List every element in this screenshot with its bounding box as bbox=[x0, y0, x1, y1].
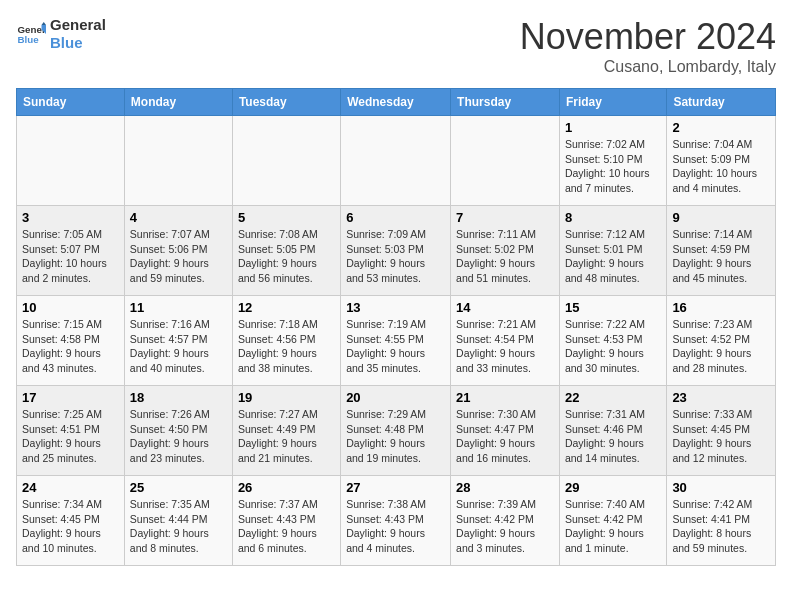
day-number: 9 bbox=[672, 210, 770, 225]
calendar-cell bbox=[451, 116, 560, 206]
calendar-cell: 10Sunrise: 7:15 AM Sunset: 4:58 PM Dayli… bbox=[17, 296, 125, 386]
calendar-cell: 22Sunrise: 7:31 AM Sunset: 4:46 PM Dayli… bbox=[559, 386, 666, 476]
calendar-cell: 16Sunrise: 7:23 AM Sunset: 4:52 PM Dayli… bbox=[667, 296, 776, 386]
calendar-week-row: 1Sunrise: 7:02 AM Sunset: 5:10 PM Daylig… bbox=[17, 116, 776, 206]
day-info: Sunrise: 7:25 AM Sunset: 4:51 PM Dayligh… bbox=[22, 407, 119, 466]
day-number: 29 bbox=[565, 480, 661, 495]
day-info: Sunrise: 7:29 AM Sunset: 4:48 PM Dayligh… bbox=[346, 407, 445, 466]
day-info: Sunrise: 7:26 AM Sunset: 4:50 PM Dayligh… bbox=[130, 407, 227, 466]
day-info: Sunrise: 7:18 AM Sunset: 4:56 PM Dayligh… bbox=[238, 317, 335, 376]
calendar-cell bbox=[124, 116, 232, 206]
day-number: 27 bbox=[346, 480, 445, 495]
calendar-cell: 23Sunrise: 7:33 AM Sunset: 4:45 PM Dayli… bbox=[667, 386, 776, 476]
day-number: 7 bbox=[456, 210, 554, 225]
weekday-header-tuesday: Tuesday bbox=[232, 89, 340, 116]
calendar-body: 1Sunrise: 7:02 AM Sunset: 5:10 PM Daylig… bbox=[17, 116, 776, 566]
day-info: Sunrise: 7:07 AM Sunset: 5:06 PM Dayligh… bbox=[130, 227, 227, 286]
day-number: 3 bbox=[22, 210, 119, 225]
calendar-cell: 17Sunrise: 7:25 AM Sunset: 4:51 PM Dayli… bbox=[17, 386, 125, 476]
weekday-header-thursday: Thursday bbox=[451, 89, 560, 116]
day-info: Sunrise: 7:19 AM Sunset: 4:55 PM Dayligh… bbox=[346, 317, 445, 376]
day-number: 26 bbox=[238, 480, 335, 495]
day-info: Sunrise: 7:21 AM Sunset: 4:54 PM Dayligh… bbox=[456, 317, 554, 376]
day-info: Sunrise: 7:05 AM Sunset: 5:07 PM Dayligh… bbox=[22, 227, 119, 286]
calendar-cell: 3Sunrise: 7:05 AM Sunset: 5:07 PM Daylig… bbox=[17, 206, 125, 296]
logo-general-text: General bbox=[50, 16, 106, 33]
day-info: Sunrise: 7:12 AM Sunset: 5:01 PM Dayligh… bbox=[565, 227, 661, 286]
day-number: 4 bbox=[130, 210, 227, 225]
day-number: 11 bbox=[130, 300, 227, 315]
weekday-header-friday: Friday bbox=[559, 89, 666, 116]
logo-blue-text: Blue bbox=[50, 34, 83, 51]
calendar-cell: 30Sunrise: 7:42 AM Sunset: 4:41 PM Dayli… bbox=[667, 476, 776, 566]
month-title: November 2024 bbox=[520, 16, 776, 58]
calendar-header: SundayMondayTuesdayWednesdayThursdayFrid… bbox=[17, 89, 776, 116]
day-number: 20 bbox=[346, 390, 445, 405]
weekday-header-monday: Monday bbox=[124, 89, 232, 116]
calendar-week-row: 3Sunrise: 7:05 AM Sunset: 5:07 PM Daylig… bbox=[17, 206, 776, 296]
day-info: Sunrise: 7:42 AM Sunset: 4:41 PM Dayligh… bbox=[672, 497, 770, 556]
calendar-cell: 5Sunrise: 7:08 AM Sunset: 5:05 PM Daylig… bbox=[232, 206, 340, 296]
calendar-cell: 18Sunrise: 7:26 AM Sunset: 4:50 PM Dayli… bbox=[124, 386, 232, 476]
day-info: Sunrise: 7:08 AM Sunset: 5:05 PM Dayligh… bbox=[238, 227, 335, 286]
day-info: Sunrise: 7:33 AM Sunset: 4:45 PM Dayligh… bbox=[672, 407, 770, 466]
weekday-header-saturday: Saturday bbox=[667, 89, 776, 116]
day-number: 30 bbox=[672, 480, 770, 495]
day-info: Sunrise: 7:09 AM Sunset: 5:03 PM Dayligh… bbox=[346, 227, 445, 286]
day-info: Sunrise: 7:38 AM Sunset: 4:43 PM Dayligh… bbox=[346, 497, 445, 556]
calendar-cell: 28Sunrise: 7:39 AM Sunset: 4:42 PM Dayli… bbox=[451, 476, 560, 566]
day-info: Sunrise: 7:27 AM Sunset: 4:49 PM Dayligh… bbox=[238, 407, 335, 466]
calendar-cell bbox=[341, 116, 451, 206]
day-number: 10 bbox=[22, 300, 119, 315]
day-info: Sunrise: 7:02 AM Sunset: 5:10 PM Dayligh… bbox=[565, 137, 661, 196]
day-info: Sunrise: 7:40 AM Sunset: 4:42 PM Dayligh… bbox=[565, 497, 661, 556]
day-number: 17 bbox=[22, 390, 119, 405]
day-info: Sunrise: 7:34 AM Sunset: 4:45 PM Dayligh… bbox=[22, 497, 119, 556]
day-number: 25 bbox=[130, 480, 227, 495]
day-info: Sunrise: 7:35 AM Sunset: 4:44 PM Dayligh… bbox=[130, 497, 227, 556]
day-info: Sunrise: 7:22 AM Sunset: 4:53 PM Dayligh… bbox=[565, 317, 661, 376]
day-number: 5 bbox=[238, 210, 335, 225]
calendar-cell: 9Sunrise: 7:14 AM Sunset: 4:59 PM Daylig… bbox=[667, 206, 776, 296]
weekday-header-wednesday: Wednesday bbox=[341, 89, 451, 116]
calendar-cell: 11Sunrise: 7:16 AM Sunset: 4:57 PM Dayli… bbox=[124, 296, 232, 386]
calendar-cell: 19Sunrise: 7:27 AM Sunset: 4:49 PM Dayli… bbox=[232, 386, 340, 476]
calendar-cell: 26Sunrise: 7:37 AM Sunset: 4:43 PM Dayli… bbox=[232, 476, 340, 566]
calendar-cell: 27Sunrise: 7:38 AM Sunset: 4:43 PM Dayli… bbox=[341, 476, 451, 566]
calendar-cell: 7Sunrise: 7:11 AM Sunset: 5:02 PM Daylig… bbox=[451, 206, 560, 296]
day-info: Sunrise: 7:04 AM Sunset: 5:09 PM Dayligh… bbox=[672, 137, 770, 196]
calendar-cell: 12Sunrise: 7:18 AM Sunset: 4:56 PM Dayli… bbox=[232, 296, 340, 386]
calendar-cell: 24Sunrise: 7:34 AM Sunset: 4:45 PM Dayli… bbox=[17, 476, 125, 566]
page-header: General Blue General Blue November 2024 … bbox=[16, 16, 776, 76]
day-number: 6 bbox=[346, 210, 445, 225]
day-info: Sunrise: 7:14 AM Sunset: 4:59 PM Dayligh… bbox=[672, 227, 770, 286]
day-info: Sunrise: 7:23 AM Sunset: 4:52 PM Dayligh… bbox=[672, 317, 770, 376]
day-number: 1 bbox=[565, 120, 661, 135]
day-number: 18 bbox=[130, 390, 227, 405]
day-number: 13 bbox=[346, 300, 445, 315]
logo-icon: General Blue bbox=[16, 19, 46, 49]
calendar-cell: 8Sunrise: 7:12 AM Sunset: 5:01 PM Daylig… bbox=[559, 206, 666, 296]
calendar-week-row: 24Sunrise: 7:34 AM Sunset: 4:45 PM Dayli… bbox=[17, 476, 776, 566]
day-number: 8 bbox=[565, 210, 661, 225]
day-number: 24 bbox=[22, 480, 119, 495]
day-number: 28 bbox=[456, 480, 554, 495]
calendar-cell: 29Sunrise: 7:40 AM Sunset: 4:42 PM Dayli… bbox=[559, 476, 666, 566]
day-number: 19 bbox=[238, 390, 335, 405]
day-number: 12 bbox=[238, 300, 335, 315]
calendar-cell: 21Sunrise: 7:30 AM Sunset: 4:47 PM Dayli… bbox=[451, 386, 560, 476]
calendar-cell: 2Sunrise: 7:04 AM Sunset: 5:09 PM Daylig… bbox=[667, 116, 776, 206]
day-info: Sunrise: 7:15 AM Sunset: 4:58 PM Dayligh… bbox=[22, 317, 119, 376]
day-info: Sunrise: 7:37 AM Sunset: 4:43 PM Dayligh… bbox=[238, 497, 335, 556]
calendar-cell: 4Sunrise: 7:07 AM Sunset: 5:06 PM Daylig… bbox=[124, 206, 232, 296]
calendar-cell: 15Sunrise: 7:22 AM Sunset: 4:53 PM Dayli… bbox=[559, 296, 666, 386]
title-block: November 2024 Cusano, Lombardy, Italy bbox=[520, 16, 776, 76]
day-number: 22 bbox=[565, 390, 661, 405]
calendar-cell: 25Sunrise: 7:35 AM Sunset: 4:44 PM Dayli… bbox=[124, 476, 232, 566]
day-number: 16 bbox=[672, 300, 770, 315]
day-number: 23 bbox=[672, 390, 770, 405]
weekday-row: SundayMondayTuesdayWednesdayThursdayFrid… bbox=[17, 89, 776, 116]
calendar-cell: 20Sunrise: 7:29 AM Sunset: 4:48 PM Dayli… bbox=[341, 386, 451, 476]
day-info: Sunrise: 7:11 AM Sunset: 5:02 PM Dayligh… bbox=[456, 227, 554, 286]
calendar-week-row: 17Sunrise: 7:25 AM Sunset: 4:51 PM Dayli… bbox=[17, 386, 776, 476]
